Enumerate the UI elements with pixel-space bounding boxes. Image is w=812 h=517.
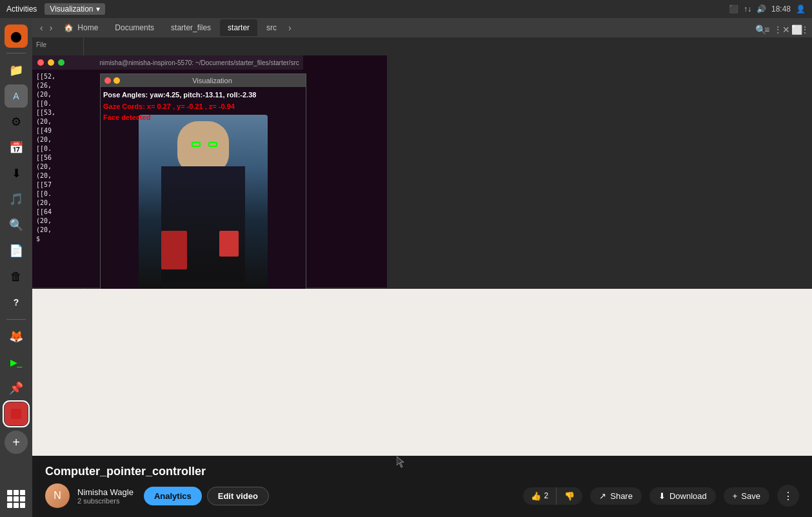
grid-icon (7, 490, 25, 508)
system-bar-left: Activities Visualization ▾ (6, 3, 105, 15)
dropdown-arrow: ▾ (96, 5, 100, 14)
trash-icon: 🗑 (10, 270, 22, 284)
analytics-button[interactable]: Analytics (144, 487, 202, 505)
list-view-tool[interactable]: ≡ (764, 24, 771, 31)
music-dock-icon[interactable]: 🎵 (5, 188, 28, 211)
tab-starter-label: starter (228, 23, 250, 32)
add-app-button[interactable]: + (5, 431, 28, 454)
like-button[interactable]: 👍 2 (523, 487, 557, 505)
time-display: 18:48 (771, 5, 791, 14)
main-area: ‹ › 🏠 Home Documents starter_files start… (32, 18, 812, 517)
user-icon: 👤 (796, 5, 806, 14)
share-button[interactable]: ↗ Share (590, 487, 642, 505)
tab-src[interactable]: src (259, 19, 284, 36)
ubuntu-dock-icon[interactable]: ⬤ (5, 24, 28, 48)
tab-documents[interactable]: Documents (107, 19, 162, 36)
dock: ⬤ 📁 A ⚙ 📅 ⬇ 🎵 🔍 📄 🗑 ? 🦊 ▶_ 📌 + (0, 18, 32, 517)
search-tool[interactable]: 🔍 (755, 24, 762, 31)
video-meta-row: N Nimisha Wagle 2 subscribers Analytics … (45, 483, 799, 508)
tab-more-button[interactable]: › (286, 23, 294, 33)
red-accent-left (161, 231, 187, 269)
sticky-dock-icon[interactable]: 📌 (5, 376, 28, 400)
term-maximize-btn[interactable] (58, 59, 64, 66)
calendar-icon: 📅 (9, 141, 23, 155)
more-dots-icon: ⋮ (783, 490, 793, 502)
tab-back-button[interactable]: ‹ (37, 23, 46, 33)
thumbs-up-icon: 👍 (531, 491, 541, 501)
tab-home-label: Home (77, 23, 98, 32)
content-area (32, 289, 812, 456)
app-grid-button[interactable] (5, 487, 28, 511)
visualization-button[interactable]: Visualization ▾ (45, 3, 104, 15)
help-dock-icon[interactable]: ? (5, 291, 28, 314)
notes-icon: 📄 (9, 244, 23, 258)
sticky-icon: 📌 (9, 381, 23, 395)
term-minimize-btn[interactable] (48, 59, 54, 66)
firefox-dock-icon[interactable]: 🦊 (5, 325, 28, 348)
dislike-button[interactable]: 👎 (557, 487, 582, 505)
channel-info: Nimisha Wagle 2 subscribers (77, 487, 134, 505)
person-head (177, 121, 229, 173)
download-label: Download (669, 491, 707, 501)
terminal-dark-panel (303, 55, 387, 288)
download-dock-icon[interactable]: ⬇ (5, 162, 28, 185)
red-square-icon (11, 409, 21, 419)
terminal-icon: ▶_ (10, 357, 23, 367)
tab-home[interactable]: 🏠 Home (56, 19, 106, 36)
share-icon: ↗ (599, 491, 606, 501)
grid-view-tool[interactable]: ⋮ (773, 24, 780, 31)
terminal-title: nimisha@nimisha-inspiron-5570: ~/Documen… (68, 59, 330, 66)
trash-dock-icon[interactable]: 🗑 (5, 265, 28, 288)
term-close-btn[interactable] (37, 59, 44, 66)
viz-minimize-btn[interactable] (114, 77, 120, 84)
channel-name: Nimisha Wagle (77, 487, 134, 497)
video-info-bar: Computer_pointer_controller N Nimisha Wa… (32, 456, 812, 517)
files-dock-icon[interactable]: 📁 (5, 59, 28, 82)
settings-icon: ⚙ (11, 115, 21, 129)
text-editor-icon: A (13, 91, 19, 101)
edit-video-button[interactable]: Edit video (207, 487, 269, 505)
terminal-titlebar: nimisha@nimisha-inspiron-5570: ~/Documen… (32, 55, 335, 70)
gaze-text: Gaze Cords: x= 0.27 , y= -0.21 , z= -0.9… (103, 101, 256, 113)
terminal-dock-icon[interactable]: ▶_ (5, 351, 28, 374)
face-text: Face detected (103, 112, 256, 124)
visualization-window[interactable]: Visualization Pose Angles: yaw:4.25, pit… (100, 73, 306, 289)
activities-button[interactable]: Activities (6, 5, 37, 14)
tab-starter-files[interactable]: starter_files (163, 19, 219, 36)
tab-forward-button[interactable]: › (47, 23, 55, 33)
music-icon: 🎵 (9, 192, 23, 206)
channel-avatar: N (45, 483, 70, 508)
ubuntu-logo: ⬤ (10, 30, 22, 43)
save-label: Save (741, 491, 760, 501)
tab-src-label: src (266, 23, 277, 32)
tab-starter[interactable]: starter (220, 19, 257, 36)
viz-title: Visualization (123, 77, 302, 84)
traffic-lights: 🔍 ≡ ⋮ ✕ ⬜ ⋮ (755, 24, 807, 31)
text-editor-dock-icon[interactable]: A (5, 84, 28, 108)
more-options-button[interactable]: ⋮ (777, 485, 799, 507)
avatar-letter: N (54, 490, 61, 502)
thumbs-down-icon: 👎 (564, 491, 575, 501)
tab-starter-files-label: starter_files (171, 23, 211, 32)
ide-container: ‹ › 🏠 Home Documents starter_files start… (32, 18, 812, 289)
like-count: 2 (544, 491, 549, 500)
close-tool[interactable]: ✕ (782, 24, 789, 31)
calendar-dock-icon[interactable]: 📅 (5, 136, 28, 159)
restore-tool[interactable]: ⬜ (791, 24, 798, 31)
notes-dock-icon[interactable]: 📄 (5, 239, 28, 262)
photos-dock-icon[interactable]: 🔍 (5, 213, 28, 237)
dock-separator (6, 53, 26, 54)
settings-dock-icon[interactable]: ⚙ (5, 110, 28, 133)
visualization-label: Visualization (50, 5, 93, 14)
viz-close-btn[interactable] (104, 77, 111, 84)
download-button[interactable]: ⬇ Download (649, 487, 716, 505)
save-button[interactable]: + Save (724, 487, 769, 505)
add-icon: + (12, 435, 20, 450)
action-buttons: Analytics Edit video (144, 487, 269, 505)
more-tool[interactable]: ⋮ (800, 24, 807, 31)
tab-documents-label: Documents (115, 23, 154, 32)
red-square-dock-icon[interactable] (5, 402, 28, 425)
reaction-group: 👍 2 👎 (523, 487, 583, 505)
dock-separator-2 (6, 319, 26, 320)
video-title: Computer_pointer_controller (45, 465, 799, 478)
